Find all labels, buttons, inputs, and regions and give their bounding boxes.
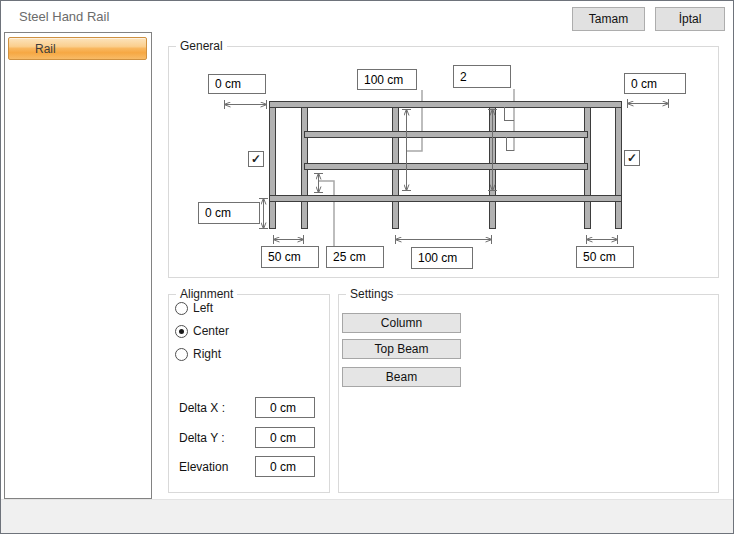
dimension-lines: [224, 99, 669, 244]
right-post-checkbox[interactable]: ✓: [624, 150, 640, 166]
left-post-spacing-input[interactable]: [261, 246, 319, 268]
sidebar-item-rail[interactable]: Rail: [8, 37, 147, 60]
beam-button[interactable]: Beam: [342, 367, 461, 387]
elevation-input[interactable]: [255, 456, 315, 477]
sidebar-item-label: Rail: [35, 42, 56, 56]
footer-bar: [1, 499, 733, 534]
alignment-option-left[interactable]: Left: [175, 300, 213, 316]
settings-groupbox-label: Settings: [346, 287, 397, 301]
window-title: Steel Hand Rail: [19, 9, 109, 24]
radio-center-label: Center: [193, 324, 229, 338]
alignment-option-right[interactable]: Right: [175, 346, 221, 362]
alignment-option-center[interactable]: Center: [175, 323, 229, 339]
sidebar: Rail: [4, 32, 152, 499]
mid-beam-2: [305, 164, 588, 170]
radio-right-icon: [175, 348, 188, 361]
delta-x-input[interactable]: [255, 397, 315, 418]
check-icon: ✓: [251, 153, 261, 165]
beam-count-input[interactable]: [453, 65, 511, 88]
radio-right-label: Right: [193, 347, 221, 361]
cancel-button[interactable]: İptal: [655, 7, 725, 31]
beam-gap-input[interactable]: [326, 246, 384, 268]
left-post-checkbox[interactable]: ✓: [248, 151, 264, 167]
column-1: [270, 107, 276, 229]
top-right-offset-input[interactable]: [624, 73, 686, 94]
check-icon: ✓: [627, 152, 637, 164]
beams: [270, 102, 622, 202]
delta-x-label: Delta X :: [179, 401, 225, 415]
ok-button[interactable]: Tamam: [572, 7, 645, 31]
bottom-beam: [270, 196, 622, 202]
alignment-groupbox-label: Alignment: [176, 287, 237, 301]
column-6: [616, 107, 622, 229]
bottom-extension-input[interactable]: [198, 202, 260, 224]
top-beam-button[interactable]: Top Beam: [342, 339, 461, 359]
rail-height-input[interactable]: [357, 69, 417, 90]
delta-y-label: Delta Y :: [179, 431, 225, 445]
mid-beam-1: [305, 132, 588, 138]
top-left-offset-input[interactable]: [208, 74, 266, 94]
right-post-spacing-input[interactable]: [576, 246, 634, 268]
delta-y-input[interactable]: [255, 427, 315, 448]
mid-post-spacing-input[interactable]: [411, 247, 473, 269]
elevation-label: Elevation: [179, 460, 228, 474]
radio-center-icon: [175, 325, 188, 338]
top-beam: [270, 102, 622, 108]
radio-left-label: Left: [193, 301, 213, 315]
column-button[interactable]: Column: [342, 313, 461, 333]
radio-left-icon: [175, 302, 188, 315]
steel-hand-rail-dialog: Steel Hand Rail ✕ Rail General: [0, 0, 734, 534]
